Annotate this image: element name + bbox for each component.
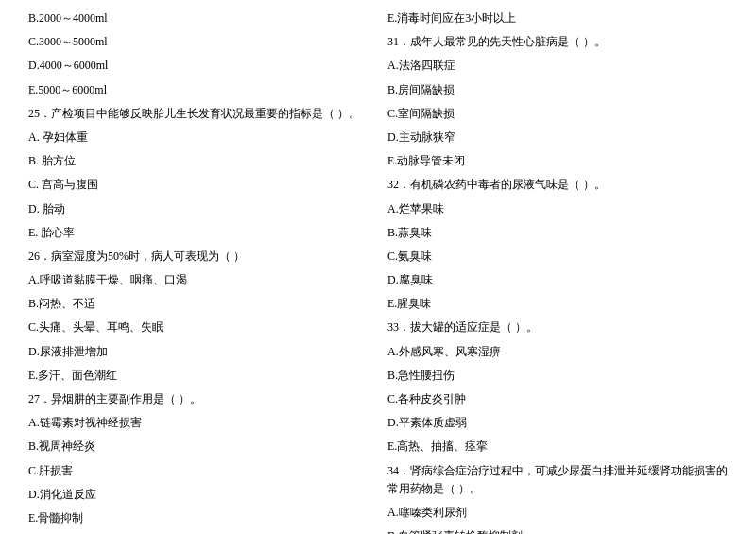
question-item: C.各种皮炎引肿	[387, 390, 728, 408]
question-text: D.尿液排泄增加	[28, 343, 369, 361]
question-text: E.多汗、面色潮红	[28, 367, 369, 385]
question-item: A.烂苹果味	[387, 200, 728, 218]
question-item: C.肝损害	[28, 462, 369, 480]
question-text: B. 胎方位	[28, 152, 369, 170]
question-item: 31．成年人最常见的先天性心脏病是（ ）。	[387, 33, 728, 51]
question-item: A.噻嗪类利尿剂	[387, 504, 728, 522]
question-item: B. 胎方位	[28, 152, 369, 170]
question-text: D.平素体质虚弱	[387, 414, 728, 432]
content-area: B.2000～4000mlC.3000～5000mlD.4000～6000mlE…	[28, 9, 728, 534]
question-text: 26．病室湿度为50%时，病人可表现为（ ）	[28, 248, 369, 266]
page: B.2000～4000mlC.3000～5000mlD.4000～6000mlE…	[28, 9, 728, 534]
question-text: C. 宫高与腹围	[28, 176, 369, 194]
question-text: E.腥臭味	[387, 295, 728, 313]
question-text: D.消化道反应	[28, 486, 369, 504]
question-text: C.肝损害	[28, 462, 369, 480]
question-item: E.骨髓抑制	[28, 509, 369, 527]
question-item: B.蒜臭味	[387, 224, 728, 242]
question-item: E.高热、抽搐、痉挛	[387, 438, 728, 456]
question-item: B.视周神经炎	[28, 438, 369, 456]
question-item: 26．病室湿度为50%时，病人可表现为（ ）	[28, 248, 369, 266]
question-text: D.腐臭味	[387, 271, 728, 289]
question-text: A.链霉素对视神经损害	[28, 414, 369, 432]
question-text: C.氨臭味	[387, 248, 728, 266]
question-item: A.外感风寒、风寒湿痹	[387, 343, 728, 361]
question-item: 32．有机磷农药中毒者的尿液气味是（ ）。	[387, 176, 728, 194]
question-text: A.法洛四联症	[387, 57, 728, 75]
question-text: E.动脉导管未闭	[387, 152, 728, 170]
question-text: D. 胎动	[28, 200, 369, 218]
question-item: 27．异烟肼的主要副作用是（ ）。	[28, 390, 369, 408]
question-item: C.氨臭味	[387, 248, 728, 266]
question-text: E.高热、抽搐、痉挛	[387, 438, 728, 456]
question-text: B.闷热、不适	[28, 295, 369, 313]
question-text: B.血管紧张素转换酶抑制剂	[387, 527, 728, 534]
question-text: D.4000～6000ml	[28, 57, 369, 75]
question-text: 34．肾病综合症治疗过程中，可减少尿蛋白排泄并延缓肾功能损害的常用药物是（ ）。	[387, 462, 728, 498]
question-item: E.消毒时间应在3小时以上	[387, 9, 728, 27]
question-item: C.头痛、头晕、耳鸣、失眠	[28, 319, 369, 336]
question-text: A.外感风寒、风寒湿痹	[387, 343, 728, 361]
question-item: A.法洛四联症	[387, 57, 728, 75]
question-item: D.主动脉狭窄	[387, 129, 728, 146]
question-text: E.骨髓抑制	[28, 509, 369, 527]
question-item: B.急性腰扭伤	[387, 367, 728, 385]
question-item: B.房间隔缺损	[387, 81, 728, 99]
question-text: B.视周神经炎	[28, 438, 369, 456]
question-text: B.房间隔缺损	[387, 81, 728, 99]
question-text: 32．有机磷农药中毒者的尿液气味是（ ）。	[387, 176, 728, 194]
question-text: A.烂苹果味	[387, 200, 728, 218]
question-item: A.链霉素对视神经损害	[28, 414, 369, 432]
question-text: 33．拔大罐的适应症是（ ）。	[387, 319, 728, 336]
question-text: B.蒜臭味	[387, 224, 728, 242]
question-item: D.平素体质虚弱	[387, 414, 728, 432]
question-item: D. 胎动	[28, 200, 369, 218]
question-item: C. 宫高与腹围	[28, 176, 369, 194]
question-text: D.主动脉狭窄	[387, 129, 728, 146]
question-text: 25．产检项目中能够反映胎儿生长发育状况最重要的指标是（ ）。	[28, 105, 369, 123]
question-text: E.5000～6000ml	[28, 81, 369, 99]
question-item: 33．拔大罐的适应症是（ ）。	[387, 319, 728, 336]
question-text: 27．异烟肼的主要副作用是（ ）。	[28, 390, 369, 408]
question-item: D.尿液排泄增加	[28, 343, 369, 361]
question-text: C.头痛、头晕、耳鸣、失眠	[28, 319, 369, 336]
question-item: C.3000～5000ml	[28, 33, 369, 51]
question-item: 34．肾病综合症治疗过程中，可减少尿蛋白排泄并延缓肾功能损害的常用药物是（ ）。	[387, 462, 728, 498]
question-item: D.4000～6000ml	[28, 57, 369, 75]
question-item: C.室间隔缺损	[387, 105, 728, 123]
question-text: E. 胎心率	[28, 224, 369, 242]
question-text: A.噻嗪类利尿剂	[387, 504, 728, 522]
question-item: E. 胎心率	[28, 224, 369, 242]
question-item: E.动脉导管未闭	[387, 152, 728, 170]
question-text: A.呼吸道黏膜干燥、咽痛、口渴	[28, 271, 369, 289]
question-item: A. 孕妇体重	[28, 129, 369, 146]
right-column: E.消毒时间应在3小时以上31．成年人最常见的先天性心脏病是（ ）。A.法洛四联…	[387, 9, 728, 534]
question-item: E.腥臭味	[387, 295, 728, 313]
question-text: 31．成年人最常见的先天性心脏病是（ ）。	[387, 33, 728, 51]
question-item: D.消化道反应	[28, 486, 369, 504]
question-text: B.急性腰扭伤	[387, 367, 728, 385]
question-text: C.3000～5000ml	[28, 33, 369, 51]
question-text: B.2000～4000ml	[28, 9, 369, 27]
question-text: C.室间隔缺损	[387, 105, 728, 123]
question-item: A.呼吸道黏膜干燥、咽痛、口渴	[28, 271, 369, 289]
question-text: C.各种皮炎引肿	[387, 390, 728, 408]
question-item: B.2000～4000ml	[28, 9, 369, 27]
question-item: B.血管紧张素转换酶抑制剂	[387, 527, 728, 534]
left-column: B.2000～4000mlC.3000～5000mlD.4000～6000mlE…	[28, 9, 369, 534]
question-item: 25．产检项目中能够反映胎儿生长发育状况最重要的指标是（ ）。	[28, 105, 369, 123]
question-item: B.闷热、不适	[28, 295, 369, 313]
question-item: E.多汗、面色潮红	[28, 367, 369, 385]
question-item: E.5000～6000ml	[28, 81, 369, 99]
question-text: E.消毒时间应在3小时以上	[387, 9, 728, 27]
question-item: D.腐臭味	[387, 271, 728, 289]
question-text: A. 孕妇体重	[28, 129, 369, 146]
